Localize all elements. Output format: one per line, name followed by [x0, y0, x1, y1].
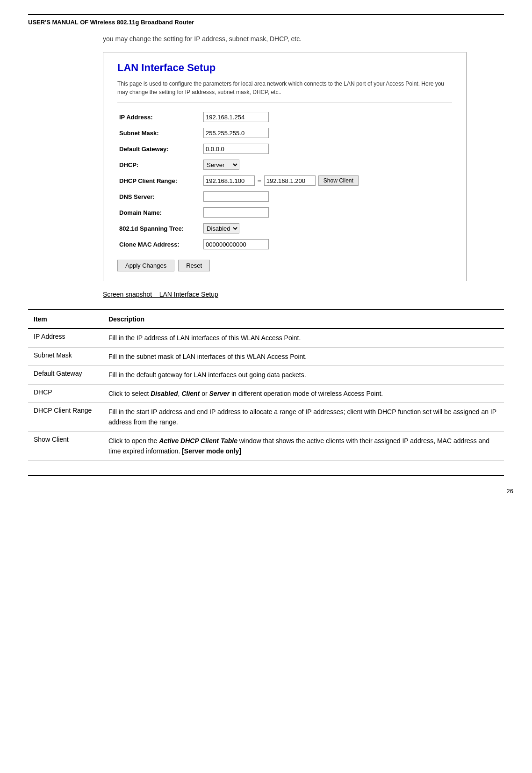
dhcp-range-end-input[interactable] [264, 175, 316, 186]
table-item-cell: IP Address [28, 328, 103, 347]
table-row: Subnet MaskFill in the subnet mask of LA… [28, 347, 504, 365]
table-row: IP AddressFill in the IP address of LAN … [28, 328, 504, 347]
table-item-cell: DHCP Client Range [28, 402, 103, 431]
reset-button[interactable]: Reset [178, 260, 210, 271]
table-row: DHCP Client RangeFill in the start IP ad… [28, 402, 504, 431]
dhcp-client-range-row: DHCP Client Range: – Show Client [117, 173, 452, 189]
lan-title: LAN Interface Setup [117, 62, 452, 74]
table-item-cell: Show Client [28, 431, 103, 460]
lan-form-table: IP Address: Subnet Mask: Default Gateway… [117, 109, 452, 252]
subnet-mask-value-cell [201, 125, 452, 141]
spanning-tree-label: 802.1d Spanning Tree: [117, 220, 201, 236]
dhcp-client-range-label: DHCP Client Range: [117, 173, 201, 189]
dhcp-select[interactable]: Server Client Disabled [203, 160, 239, 170]
table-desc-cell: Fill in the start IP address and end IP … [103, 402, 504, 431]
table-row: Show ClientClick to open the Active DHCP… [28, 431, 504, 460]
ip-address-row: IP Address: [117, 109, 452, 125]
clone-mac-label: Clone MAC Address: [117, 236, 201, 252]
spanning-tree-row: 802.1d Spanning Tree: Disabled Enabled [117, 220, 452, 236]
table-item-cell: Default Gateway [28, 366, 103, 384]
domain-name-label: Domain Name: [117, 204, 201, 220]
table-item-cell: Subnet Mask [28, 347, 103, 365]
clone-mac-value-cell [201, 236, 452, 252]
lan-description: This page is used to configure the param… [117, 80, 452, 102]
table-desc-cell: Fill in the IP address of LAN interfaces… [103, 328, 504, 347]
apply-changes-button[interactable]: Apply Changes [117, 260, 174, 271]
table-desc-cell: Fill in the default gateway for LAN inte… [103, 366, 504, 384]
table-row: DHCPClick to select Disabled, Client or … [28, 384, 504, 402]
show-client-button[interactable]: Show Client [318, 175, 359, 186]
table-desc-cell: Click to select Disabled, Client or Serv… [103, 384, 504, 402]
dns-server-value-cell [201, 189, 452, 204]
dhcp-client-range-value-cell: – Show Client [201, 173, 452, 189]
spanning-tree-select[interactable]: Disabled Enabled [203, 223, 239, 233]
clone-mac-input[interactable] [203, 239, 269, 249]
dhcp-range-container: – Show Client [203, 175, 450, 186]
table-desc-cell: Fill in the subnet mask of LAN interface… [103, 347, 504, 365]
domain-name-row: Domain Name: [117, 204, 452, 220]
bottom-border [28, 475, 504, 476]
subnet-mask-label: Subnet Mask: [117, 125, 201, 141]
manual-header: USER'S MANUAL OF Wireless 802.11g Broadb… [28, 19, 504, 26]
table-row: Default GatewayFill in the default gatew… [28, 366, 504, 384]
table-item-cell: DHCP [28, 384, 103, 402]
domain-name-value-cell [201, 204, 452, 220]
default-gateway-value-cell [201, 141, 452, 157]
default-gateway-label: Default Gateway: [117, 141, 201, 157]
button-row: Apply Changes Reset [117, 260, 452, 271]
dhcp-value-cell: Server Client Disabled [201, 157, 452, 173]
dhcp-label: DHCP: [117, 157, 201, 173]
intro-text: you may change the setting for IP addres… [103, 35, 504, 43]
dhcp-row: DHCP: Server Client Disabled [117, 157, 452, 173]
dhcp-range-dash: – [258, 177, 261, 184]
subnet-mask-row: Subnet Mask: [117, 125, 452, 141]
snapshot-label: Screen snapshot – LAN Interface Setup [103, 291, 504, 298]
col-desc-header: Description [103, 310, 504, 328]
col-item-header: Item [28, 310, 103, 328]
dns-server-row: DNS Server: [117, 189, 452, 204]
dns-server-label: DNS Server: [117, 189, 201, 204]
table-header-row: Item Description [28, 310, 504, 328]
default-gateway-row: Default Gateway: [117, 141, 452, 157]
lan-interface-box: LAN Interface Setup This page is used to… [103, 52, 467, 281]
ip-address-value-cell [201, 109, 452, 125]
page-number: 26 [507, 488, 513, 495]
clone-mac-row: Clone MAC Address: [117, 236, 452, 252]
spanning-tree-value-cell: Disabled Enabled [201, 220, 452, 236]
table-desc-cell: Click to open the Active DHCP Client Tab… [103, 431, 504, 460]
ip-address-input[interactable] [203, 112, 269, 122]
domain-name-input[interactable] [203, 207, 269, 218]
default-gateway-input[interactable] [203, 144, 269, 154]
dns-server-input[interactable] [203, 191, 269, 202]
ip-address-label: IP Address: [117, 109, 201, 125]
dhcp-range-start-input[interactable] [203, 175, 255, 186]
description-table: Item Description IP AddressFill in the I… [28, 309, 504, 461]
subnet-mask-input[interactable] [203, 128, 269, 138]
